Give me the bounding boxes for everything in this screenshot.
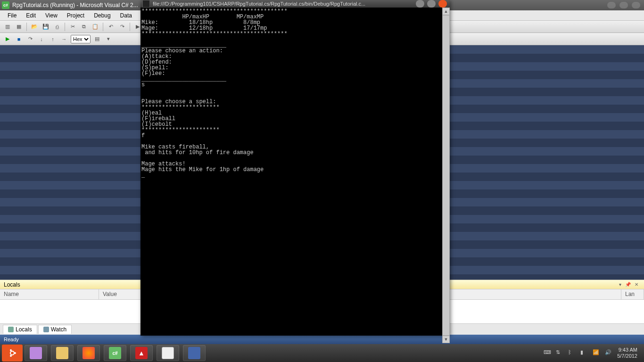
vs-app-icon: c# xyxy=(2,1,9,9)
col-name[interactable]: Name xyxy=(0,289,99,299)
console-body: ****************************************… xyxy=(140,8,450,343)
task-csharp[interactable]: c# xyxy=(104,345,126,361)
taskbar: c# ▲ ⌨ ⇅ ᛒ ▮ 📶 🔊 9:43 AM 5/7/2012 xyxy=(0,344,644,362)
vs-window-controls xyxy=(607,2,642,8)
status-text: Ready xyxy=(4,337,19,342)
tray-keyboard-icon[interactable]: ⌨ xyxy=(544,349,551,357)
console-window-controls xyxy=(416,0,448,8)
tab-watch-label: Watch xyxy=(51,326,67,333)
step-over-icon[interactable]: ↷ xyxy=(25,34,35,44)
clock-time: 9:43 AM xyxy=(617,347,637,353)
undo-icon[interactable]: ↶ xyxy=(106,22,116,32)
open-file-icon[interactable]: 📂 xyxy=(30,22,39,32)
menu-view[interactable]: View xyxy=(41,11,62,20)
copy-icon[interactable]: ⧉ xyxy=(79,22,89,32)
new-project-icon[interactable]: ▥ xyxy=(3,22,12,32)
tray-battery-icon[interactable]: ▮ xyxy=(580,349,588,357)
dropdown-icon[interactable]: ▾ xyxy=(619,282,621,287)
step-into-icon[interactable]: ↓ xyxy=(37,34,46,44)
console-titlebar[interactable]: file:///D:/Programming101/CSHARP/RpgTuto… xyxy=(140,0,450,8)
continue-icon[interactable]: ▶ xyxy=(3,34,12,44)
menu-data[interactable]: Data xyxy=(116,11,137,20)
pin-icon[interactable]: 📌 xyxy=(625,282,631,287)
toolbar-overflow-icon[interactable]: ▾ xyxy=(104,34,113,44)
clock-date: 5/7/2012 xyxy=(617,353,637,359)
close-button[interactable] xyxy=(632,2,640,8)
scroll-up-icon[interactable]: ▲ xyxy=(442,8,450,15)
console-output[interactable]: ****************************************… xyxy=(140,8,442,343)
scroll-thumb[interactable] xyxy=(442,15,450,336)
console-maximize-button[interactable] xyxy=(427,0,436,8)
redo-icon[interactable]: ↷ xyxy=(117,22,127,32)
task-firefox[interactable] xyxy=(77,345,100,361)
tray-volume-icon[interactable]: 🔊 xyxy=(605,349,612,357)
tab-locals-label: Locals xyxy=(16,326,32,333)
console-close-button[interactable] xyxy=(438,0,447,8)
menu-file[interactable]: File xyxy=(3,11,21,20)
svg-point-3 xyxy=(10,355,12,357)
task-pidgin[interactable] xyxy=(25,345,47,361)
console-title: file:///D:/Programming101/CSHARP/RpgTuto… xyxy=(153,1,416,7)
console-scrollbar[interactable]: ▲ ▼ xyxy=(442,8,450,343)
tray-bluetooth-icon[interactable]: ᛒ xyxy=(568,349,576,357)
close-panel-icon[interactable]: ✕ xyxy=(635,282,638,287)
svg-point-1 xyxy=(14,352,16,354)
task-pdf[interactable]: ▲ xyxy=(130,345,153,361)
menu-edit[interactable]: Edit xyxy=(21,11,41,20)
task-notepad[interactable] xyxy=(157,345,179,361)
minimize-button[interactable] xyxy=(607,2,616,8)
add-item-icon[interactable]: ▦ xyxy=(14,22,24,32)
tray-network-icon[interactable]: ⇅ xyxy=(556,349,563,357)
maximize-button[interactable] xyxy=(619,2,628,8)
watch-tab-icon xyxy=(43,327,49,332)
console-window: file:///D:/Programming101/CSHARP/RpgTuto… xyxy=(140,0,450,336)
menu-debug[interactable]: Debug xyxy=(89,11,115,20)
save-icon[interactable]: 💾 xyxy=(41,22,50,32)
locals-title-text: Locals xyxy=(4,281,20,288)
scroll-track[interactable] xyxy=(442,15,450,336)
scroll-down-icon[interactable]: ▼ xyxy=(442,336,450,343)
system-tray: ⌨ ⇅ ᛒ ▮ 📶 🔊 9:43 AM 5/7/2012 xyxy=(544,347,642,359)
stop-icon[interactable]: ■ xyxy=(14,34,24,44)
tray-wifi-icon[interactable]: 📶 xyxy=(593,349,600,357)
show-next-icon[interactable]: → xyxy=(59,34,69,44)
breakpoints-icon[interactable]: ▤ xyxy=(92,34,102,44)
ubuntu-launcher-icon[interactable] xyxy=(2,345,23,362)
task-app[interactable] xyxy=(183,345,206,361)
svg-point-2 xyxy=(10,349,12,351)
cut-icon[interactable]: ✂ xyxy=(68,22,77,32)
svg-point-0 xyxy=(10,351,14,355)
col-lang[interactable]: Lan xyxy=(621,289,644,299)
console-minimize-button[interactable] xyxy=(416,0,424,8)
tab-locals[interactable]: Locals xyxy=(3,325,37,334)
task-files[interactable] xyxy=(51,345,74,361)
locals-tab-icon xyxy=(8,327,14,332)
save-all-icon[interactable]: ⎙ xyxy=(52,22,62,32)
menu-project[interactable]: Project xyxy=(62,11,89,20)
tab-watch[interactable]: Watch xyxy=(38,325,72,334)
taskbar-clock[interactable]: 9:43 AM 5/7/2012 xyxy=(617,347,637,359)
hex-dropdown[interactable]: Hex xyxy=(71,35,91,43)
console-app-icon xyxy=(142,0,150,8)
paste-icon[interactable]: 📋 xyxy=(91,22,100,32)
step-out-icon[interactable]: ↑ xyxy=(48,34,58,44)
